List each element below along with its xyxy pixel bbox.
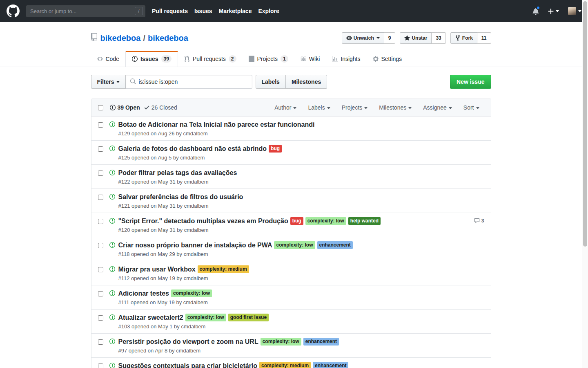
tab-code[interactable]: Code bbox=[91, 51, 125, 67]
issue-label-complexity-medium[interactable]: complexity: medium bbox=[198, 265, 249, 273]
issue-label-complexity-medium[interactable]: complexity: medium bbox=[259, 362, 311, 368]
issue-label-complexity-low[interactable]: complexity: low bbox=[261, 338, 301, 346]
comment-icon bbox=[474, 218, 480, 224]
issue-title-link[interactable]: Persistir posição do viewport e zoom na … bbox=[118, 337, 258, 346]
issue-title-link[interactable]: Atualizar sweetalert2 bbox=[118, 313, 183, 322]
issues-box: 39 Open 26 Closed AuthorLabelsProjectsMi… bbox=[91, 99, 491, 368]
issue-meta: #125 opened on Aug 5 by cmdalbem bbox=[118, 155, 484, 161]
issue-main: Galeria de fotos do dashboard não está a… bbox=[118, 144, 484, 161]
filter-milestones[interactable]: Milestones bbox=[379, 104, 412, 111]
unwatch-button[interactable]: Unwatch bbox=[342, 32, 384, 44]
top-nav-explore[interactable]: Explore bbox=[258, 8, 279, 14]
unwatch-count[interactable]: 9 bbox=[384, 32, 396, 44]
check-icon bbox=[144, 104, 149, 111]
issue-title-link[interactable]: Poder filtrar pelas tags das avaliações bbox=[118, 168, 237, 177]
tab-wiki[interactable]: Wiki bbox=[294, 51, 326, 67]
comment-count[interactable]: 3 bbox=[474, 218, 484, 224]
issue-label-complexity-low[interactable]: complexity: low bbox=[305, 217, 346, 225]
tab-projects[interactable]: Projects 1 bbox=[243, 51, 294, 67]
filter-projects[interactable]: Projects bbox=[342, 104, 368, 111]
issue-checkbox[interactable] bbox=[98, 171, 103, 176]
issue-checkbox[interactable] bbox=[98, 195, 103, 200]
issue-title-link[interactable]: Adicionar testes bbox=[118, 289, 169, 298]
top-nav-pull-requests[interactable]: Pull requests bbox=[152, 8, 188, 14]
new-issue-button[interactable]: New issue bbox=[450, 75, 491, 89]
issue-row: Salvar preferências de filtros do usuári… bbox=[91, 188, 491, 213]
tab-insights[interactable]: Insights bbox=[326, 51, 366, 67]
issue-label-bug[interactable]: bug bbox=[290, 217, 303, 225]
star-icon bbox=[404, 35, 410, 41]
issue-row: Persistir posição do viewport e zoom na … bbox=[91, 333, 491, 357]
chevron-down-icon bbox=[476, 107, 479, 109]
github-logo[interactable] bbox=[7, 4, 20, 18]
repo-actions: Unwatch 9 Unstar 33 Fork 11 bbox=[342, 32, 491, 44]
issue-label-complexity-low[interactable]: complexity: low bbox=[171, 289, 212, 297]
issue-opened-icon bbox=[110, 104, 116, 111]
issue-checkbox[interactable] bbox=[98, 364, 103, 368]
user-menu[interactable] bbox=[568, 7, 581, 15]
select-all-checkbox[interactable] bbox=[98, 105, 103, 110]
issue-title-link[interactable]: Sugestões contextuais para criar bicicle… bbox=[118, 361, 258, 368]
issue-checkbox[interactable] bbox=[98, 146, 103, 152]
issue-label-complexity-low[interactable]: complexity: low bbox=[185, 314, 226, 321]
tab-settings[interactable]: Settings bbox=[367, 51, 408, 67]
issue-label-complexity-low[interactable]: complexity: low bbox=[274, 241, 315, 249]
issue-icon bbox=[109, 193, 115, 200]
filter-labels[interactable]: Labels bbox=[308, 104, 330, 111]
issue-main: Salvar preferências de filtros do usuári… bbox=[118, 193, 484, 209]
issue-label-enhancement[interactable]: enhancement bbox=[303, 338, 339, 346]
issue-title-link[interactable]: Botao de Adicionar na Tela Inicial não p… bbox=[118, 120, 315, 129]
issue-label-enhancement[interactable]: enhancement bbox=[313, 362, 348, 368]
filters-dropdown-button[interactable]: Filters bbox=[91, 75, 126, 89]
issues-search-input[interactable] bbox=[126, 75, 252, 89]
issue-opened-icon bbox=[109, 290, 115, 296]
issue-checkbox[interactable] bbox=[98, 122, 103, 128]
issue-checkbox[interactable] bbox=[98, 315, 103, 321]
top-nav-marketplace[interactable]: Marketplace bbox=[219, 8, 252, 14]
issue-checkbox[interactable] bbox=[98, 267, 103, 272]
unwatch-group: Unwatch 9 bbox=[342, 32, 396, 44]
issue-label-good-first-issue[interactable]: good first issue bbox=[228, 314, 269, 321]
top-nav-issues[interactable]: Issues bbox=[194, 8, 212, 14]
scrollbar[interactable] bbox=[582, 0, 588, 368]
repo-separator: / bbox=[140, 34, 148, 43]
tab-issues[interactable]: Issues 39 bbox=[125, 51, 178, 67]
issue-checkbox[interactable] bbox=[98, 219, 103, 224]
unstar-count[interactable]: 33 bbox=[432, 32, 445, 44]
unstar-group: Unstar 33 bbox=[400, 32, 445, 44]
top-search-input[interactable] bbox=[26, 5, 145, 17]
issue-meta: #122 opened on May 31 by cmdalbem bbox=[118, 179, 484, 185]
issue-label-bug[interactable]: bug bbox=[269, 145, 282, 153]
issue-checkbox[interactable] bbox=[98, 243, 103, 248]
filter-sort[interactable]: Sort bbox=[463, 104, 479, 111]
issue-checkbox[interactable] bbox=[98, 291, 103, 296]
fork-count[interactable]: 11 bbox=[477, 32, 491, 44]
labels-button[interactable]: Labels bbox=[256, 75, 286, 89]
milestones-button[interactable]: Milestones bbox=[286, 75, 327, 89]
issue-icon bbox=[109, 266, 115, 272]
notifications-button[interactable] bbox=[532, 8, 539, 15]
issue-opened-icon bbox=[109, 266, 115, 272]
repo-owner-link[interactable]: bikedeboa bbox=[100, 34, 141, 43]
create-new-menu[interactable] bbox=[548, 8, 559, 15]
issue-checkbox[interactable] bbox=[98, 339, 103, 345]
issue-title-link[interactable]: Migrar pra usar Workbox bbox=[118, 265, 196, 274]
issue-title-link[interactable]: Criar nosso próprio banner de instalação… bbox=[118, 241, 272, 249]
issue-main: Persistir posição do viewport e zoom na … bbox=[118, 337, 484, 354]
filter-author[interactable]: Author bbox=[274, 104, 296, 111]
issue-label-enhancement[interactable]: enhancement bbox=[317, 241, 353, 249]
fork-group: Fork 11 bbox=[450, 32, 491, 44]
issue-title-link[interactable]: "Script Error." detectado multiplas veze… bbox=[118, 217, 288, 225]
closed-issues-filter[interactable]: 26 Closed bbox=[144, 104, 177, 111]
issue-title-link[interactable]: Galeria de fotos do dashboard não está a… bbox=[118, 144, 267, 153]
tab-pull-requests[interactable]: Pull requests 2 bbox=[178, 51, 243, 67]
issue-title-link[interactable]: Salvar preferências de filtros do usuári… bbox=[118, 193, 243, 201]
unstar-button[interactable]: Unstar bbox=[400, 32, 432, 44]
repo-name-link[interactable]: bikedeboa bbox=[148, 34, 188, 43]
filter-assignee[interactable]: Assignee bbox=[423, 104, 452, 111]
issue-opened-icon bbox=[109, 169, 115, 176]
issue-label-help-wanted[interactable]: help wanted bbox=[348, 217, 381, 225]
fork-button[interactable]: Fork bbox=[450, 32, 477, 44]
open-issues-filter[interactable]: 39 Open bbox=[110, 104, 140, 111]
scrollbar-thumb[interactable] bbox=[583, 1, 587, 247]
